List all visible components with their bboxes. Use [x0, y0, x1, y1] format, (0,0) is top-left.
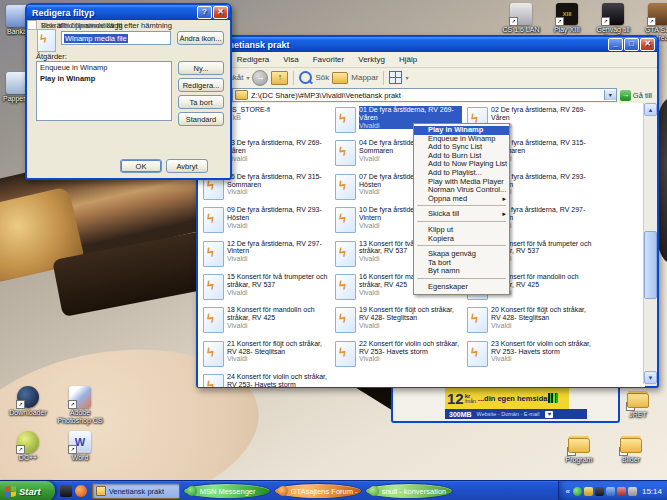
tray-icon[interactable]	[595, 487, 604, 496]
context-menu-item[interactable]: Norman Virus Control...	[414, 186, 509, 195]
file-subtitle: Vivaldi	[227, 222, 330, 230]
cancel-button[interactable]: Avbryt	[166, 159, 208, 173]
context-menu-item[interactable]: Play with Media Player	[414, 178, 509, 187]
start-button[interactable]: Start	[0, 481, 55, 500]
search-icon[interactable]	[299, 71, 312, 84]
checkbox[interactable]	[27, 20, 37, 30]
file-item[interactable]: 21 Konsert för flöjt och stråkar, RV 428…	[203, 340, 335, 373]
context-menu-item[interactable]: Add to Now Playing List	[414, 160, 509, 169]
context-menu-item[interactable]: Enqueue in Winamp	[414, 135, 509, 144]
file-item[interactable]: 20 Konsert för flöjt och stråkar, RV 428…	[467, 306, 599, 339]
tray-icon[interactable]	[584, 487, 593, 496]
scroll-up-button[interactable]: ▲	[644, 103, 657, 116]
address-input[interactable]: Z:\(DC Share)\#MP3\Vivaldi\Venetiansk pr…	[232, 88, 617, 102]
desktop-icon[interactable]: Adobe Photoshop CS	[54, 386, 106, 425]
file-item[interactable]: 12 De fyra årstiderna, RV 297- Vintern V…	[203, 240, 335, 273]
action-item[interactable]: Enqueue in Winamp	[37, 62, 171, 73]
desktop-icon[interactable]: Program	[556, 433, 602, 464]
tray-chevron-icon[interactable]: «	[566, 487, 570, 496]
minimize-button[interactable]: _	[608, 38, 623, 51]
checkbox-row[interactable]: Visa i samma fönster	[27, 20, 111, 30]
back-dropdown-icon[interactable]: ▾	[246, 74, 249, 81]
context-menu-item[interactable]: Egenskaper	[414, 283, 509, 292]
file-item[interactable]: 19 Konsert för flöjt och stråkar, RV 428…	[335, 306, 467, 339]
tray-icon[interactable]	[606, 487, 615, 496]
context-menu-item[interactable]: Byt namn	[414, 267, 509, 276]
file-item[interactable]: 23 Konsert för violin och stråkar, RV 25…	[467, 340, 599, 373]
context-menu-item[interactable]	[417, 221, 506, 224]
folders-icon[interactable]	[332, 72, 348, 84]
menu-item[interactable]: Redigera	[230, 53, 276, 66]
forward-button[interactable]: →	[252, 70, 268, 86]
context-menu-item[interactable]: Klipp ut	[414, 226, 509, 235]
close-button[interactable]: ✕	[640, 38, 655, 51]
change-icon-button[interactable]: Ändra ikon...	[177, 31, 224, 45]
context-menu-item[interactable]: Öppna med	[414, 195, 509, 204]
context-menu-item[interactable]	[417, 245, 506, 248]
default-button[interactable]: Standard	[178, 112, 224, 126]
views-dropdown-icon[interactable]: ▾	[405, 74, 408, 81]
actions-list[interactable]: Enqueue in Winamp Play in Winamp	[36, 61, 172, 121]
context-menu-item[interactable]: Add to Playlist...	[414, 169, 509, 178]
context-menu-item[interactable]: Skapa genväg	[414, 250, 509, 259]
up-button[interactable]: ↑	[271, 71, 288, 85]
context-menu-item[interactable]: Play in Winamp	[414, 126, 509, 135]
context-menu-item[interactable]: Kopiera	[414, 235, 509, 244]
scrollbar-thumb[interactable]	[644, 231, 657, 299]
remove-button[interactable]: Ta bort	[178, 95, 224, 109]
desktop-icon[interactable]: Bilder	[608, 433, 654, 464]
close-button[interactable]: ✕	[213, 6, 228, 19]
quick-launch	[55, 485, 92, 497]
file-icon	[335, 207, 356, 233]
menu-item[interactable]: Visa	[276, 53, 305, 66]
explorer-titlebar[interactable]: Venetiansk prakt _ □ ✕	[198, 37, 657, 52]
tray-icon[interactable]	[573, 487, 582, 496]
tray-icon[interactable]	[617, 487, 626, 496]
banner-ad[interactable]: 12 kr /mån ...din egen hemsida	[445, 387, 569, 409]
maximize-button[interactable]: □	[624, 38, 639, 51]
action-item[interactable]: Play in Winamp	[37, 73, 171, 84]
desktop-icon[interactable]: JRET	[618, 388, 658, 419]
go-button[interactable]: → Gå till	[620, 90, 654, 101]
tray-icon[interactable]	[628, 487, 637, 496]
folders-label: Mappar	[351, 73, 378, 82]
taskbar-button[interactable]: snull - konversation	[365, 483, 453, 499]
taskbar-button[interactable]: GTAsajtens Forum -...	[274, 483, 362, 499]
context-menu-item[interactable]: Add to Burn List	[414, 152, 509, 161]
file-item[interactable]: 09 De fyra årstiderna, RV 293- Hösten Vi…	[203, 206, 335, 239]
filetype-name-input[interactable]: Winamp media file	[61, 31, 171, 45]
scroll-down-button[interactable]: ▼	[644, 371, 657, 384]
file-name: 23 Konsert för violin och stråkar, RV 25…	[491, 340, 594, 356]
file-item[interactable]: 15 Konsert för två trumpeter och stråkar…	[203, 273, 335, 306]
edit-button[interactable]: Redigera...	[178, 78, 224, 92]
menu-item[interactable]: Favoriter	[306, 53, 352, 66]
address-dropdown-icon[interactable]: ▾	[604, 90, 616, 100]
new-button[interactable]: Ny...	[178, 61, 224, 75]
dialog-title: Redigera filtyp	[32, 8, 196, 18]
file-name: 24 Konsert för violin och stråkar, RV 25…	[227, 373, 330, 387]
help-button[interactable]: ?	[197, 6, 212, 19]
taskbar-button[interactable]: MSN Messenger	[183, 483, 271, 499]
desktop-icon[interactable]: Downloader	[2, 386, 54, 425]
views-icon[interactable]	[389, 71, 402, 84]
ok-button[interactable]: OK	[120, 159, 162, 173]
file-item[interactable]: 18 Konsert för mandolin och stråkar, RV …	[203, 306, 335, 339]
context-menu-item[interactable]	[417, 278, 506, 281]
context-menu-item[interactable]: Skicka till	[414, 210, 509, 219]
context-menu-item[interactable]	[417, 205, 506, 208]
desktop-icon[interactable]: DC++	[2, 431, 54, 462]
desktop-icon-image	[17, 386, 39, 408]
desktop-icon[interactable]: Word	[54, 431, 106, 462]
file-item[interactable]: 24 Konsert för violin och stråkar, RV 25…	[203, 373, 335, 387]
quicklaunch-browser-icon[interactable]	[75, 485, 87, 497]
context-menu-item[interactable]: Ta bort	[414, 259, 509, 268]
menu-item[interactable]: Verktyg	[351, 53, 392, 66]
context-menu-item[interactable]: Add to Sync List	[414, 143, 509, 152]
taskbar-button[interactable]: Venetiansk prakt	[92, 483, 180, 499]
file-item[interactable]: 22 Konsert för violin och stråkar, RV 25…	[335, 340, 467, 373]
quicklaunch-app-icon[interactable]	[60, 485, 72, 497]
dialog-titlebar[interactable]: Redigera filtyp ? ✕	[27, 5, 230, 20]
menu-item[interactable]: Hjälp	[392, 53, 424, 66]
vertical-scrollbar[interactable]: ▲ ▼	[643, 103, 657, 384]
banner-footer[interactable]: 300MB Website - Domän - E-mail ♥	[445, 409, 587, 419]
